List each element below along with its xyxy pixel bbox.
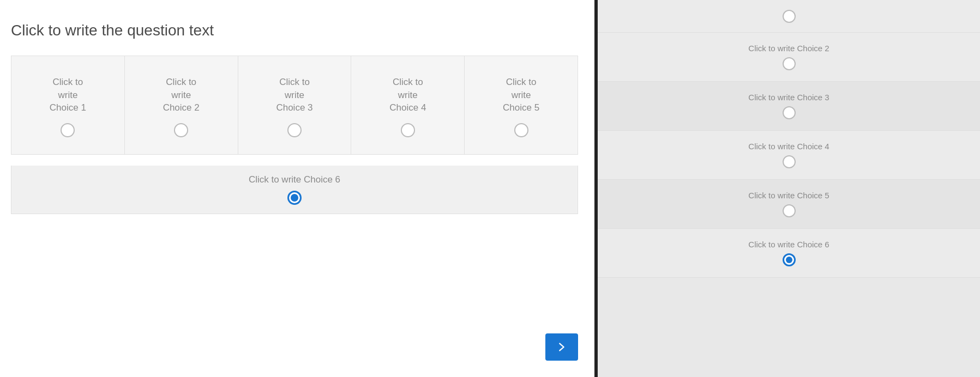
- radio-circle-1[interactable]: [61, 123, 75, 137]
- choice-card-5[interactable]: Click towriteChoice 5: [465, 56, 578, 154]
- radio-circle-3[interactable]: [287, 123, 302, 137]
- right-choice-label-4: Click to write Choice 4: [748, 142, 829, 151]
- choice-label-4: Click towriteChoice 4: [389, 76, 426, 114]
- choice6-row[interactable]: Click to write Choice 6: [11, 166, 578, 214]
- choice-label-5: Click towriteChoice 5: [503, 76, 539, 114]
- radio-circle-5[interactable]: [514, 123, 528, 137]
- right-radio-top[interactable]: [783, 10, 796, 23]
- radio-circle-2[interactable]: [174, 123, 188, 137]
- right-choice-label-6: Click to write Choice 6: [748, 240, 829, 249]
- right-panel: Click to write Choice 2 Click to write C…: [598, 0, 980, 377]
- right-choice-row-4[interactable]: Click to write Choice 4: [598, 131, 980, 180]
- choice-card-1[interactable]: Click towriteChoice 1: [11, 56, 125, 154]
- choice-label-3: Click towriteChoice 3: [276, 76, 312, 114]
- left-panel: Click to write the question text Click t…: [0, 0, 594, 377]
- choice-card-4[interactable]: Click towriteChoice 4: [351, 56, 465, 154]
- right-panel-top: [598, 0, 980, 33]
- next-button[interactable]: [545, 333, 578, 361]
- right-choice-row-2[interactable]: Click to write Choice 2: [598, 33, 980, 82]
- radio-circle-6[interactable]: [287, 191, 302, 205]
- right-choice-label-5: Click to write Choice 5: [748, 191, 829, 200]
- right-radio-5[interactable]: [783, 204, 796, 217]
- right-radio-3[interactable]: [783, 106, 796, 119]
- choice-card-2[interactable]: Click towriteChoice 2: [125, 56, 238, 154]
- arrow-right-icon: [556, 341, 568, 353]
- right-choice-row-6[interactable]: Click to write Choice 6: [598, 229, 980, 278]
- right-choice-label-3: Click to write Choice 3: [748, 93, 829, 102]
- right-choice-row-5[interactable]: Click to write Choice 5: [598, 180, 980, 229]
- question-text[interactable]: Click to write the question text: [11, 22, 578, 39]
- choices-grid: Click towriteChoice 1 Click towriteChoic…: [11, 56, 578, 155]
- radio-circle-4[interactable]: [401, 123, 415, 137]
- right-radio-4[interactable]: [783, 155, 796, 168]
- choice-label-2: Click towriteChoice 2: [163, 76, 200, 114]
- right-choice-label-2: Click to write Choice 2: [748, 44, 829, 53]
- choice6-label: Click to write Choice 6: [249, 174, 340, 185]
- choice-label-1: Click towriteChoice 1: [50, 76, 86, 114]
- right-radio-6[interactable]: [783, 253, 796, 266]
- right-radio-2[interactable]: [783, 57, 796, 70]
- right-choice-row-3[interactable]: Click to write Choice 3: [598, 82, 980, 131]
- choice-card-3[interactable]: Click towriteChoice 3: [238, 56, 352, 154]
